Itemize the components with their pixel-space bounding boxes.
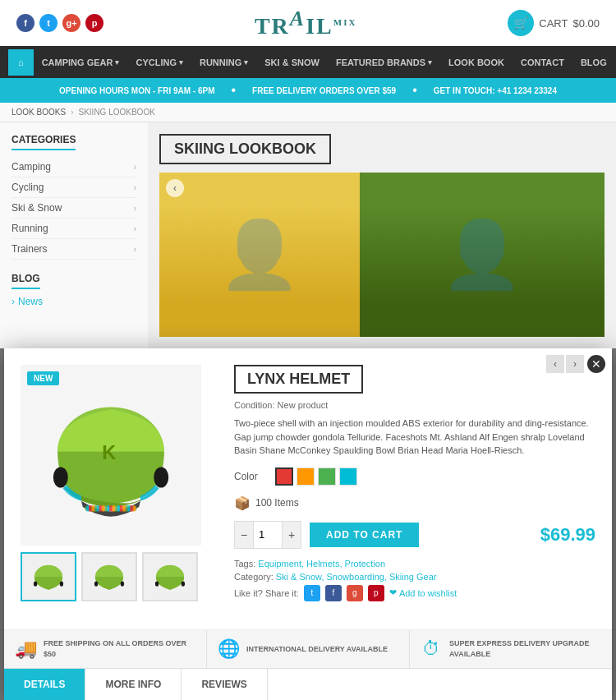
modal-nav-buttons: ‹ › (546, 355, 584, 373)
nav-contact[interactable]: CONTACT (513, 49, 572, 76)
category-camping[interactable]: Camping› (11, 157, 136, 177)
add-to-cart-row: − + ADD TO CART $69.99 (234, 521, 595, 549)
google-plus-icon[interactable]: g+ (62, 14, 80, 32)
sidebar: CATEGORIES Camping› Cycling› Ski & Snow›… (0, 122, 148, 348)
heart-icon: ❤ (389, 587, 397, 598)
svg-text:K: K (102, 442, 116, 463)
info-delivery-text: FREE DELIVERY ORDERS OVER $59 (252, 86, 396, 95)
category-label: Category: (234, 572, 274, 582)
info-hours-text: OPENING HOURS MON - FRI 9AM - 6PM (59, 86, 214, 95)
categories-list: Camping› Cycling› Ski & Snow› Running› T… (11, 157, 136, 260)
thumb-1[interactable] (21, 552, 76, 601)
product-image-area: NEW K (21, 365, 218, 613)
cart-label: CART (539, 17, 568, 30)
svg-point-11 (60, 582, 63, 587)
color-swatch-green[interactable] (318, 467, 336, 486)
main-content: CATEGORIES Camping› Cycling› Ski & Snow›… (0, 122, 616, 348)
lookbook-person2: 👤 (360, 173, 605, 337)
add-to-cart-button[interactable]: ADD TO CART (310, 523, 419, 547)
top-header: f t g+ p TRAILMIX 🛒 CART $0.00 (0, 0, 616, 46)
color-swatches (275, 467, 357, 486)
tab-more-info[interactable]: MORE INFO (85, 669, 182, 700)
shipping-truck-icon: 🚚 (14, 638, 37, 660)
main-nav: ⌂ CAMPING GEAR ▾ CYCLING ▾ RUNNING ▾ SKI… (0, 46, 616, 78)
share-google-plus-icon[interactable]: g (347, 585, 363, 601)
qty-decrease-button[interactable]: − (235, 522, 253, 548)
product-title-wrap: LYNX HELMET (234, 365, 595, 394)
cart-icon[interactable]: 🛒 (508, 10, 534, 36)
site-logo[interactable]: TRAILMIX (255, 7, 356, 39)
share-row: Like it? Share it: t f g p ❤ Add to wish… (234, 585, 595, 601)
nav-running[interactable]: RUNNING ▾ (191, 49, 256, 76)
cart-area[interactable]: 🛒 CART $0.00 (508, 10, 600, 36)
lookbook-image: 👤 👤 ‹ (159, 173, 605, 337)
stock-count: 100 Items (255, 497, 299, 509)
shipping-item-1: 🚚 FREE SHIPPING ON ALL ORDERS OVER $50 (4, 630, 207, 668)
nav-cycling[interactable]: CYCLING ▾ (127, 49, 191, 76)
nav-home[interactable]: ⌂ (8, 49, 34, 76)
product-details: LYNX HELMET Condition: New product Two-p… (234, 365, 595, 613)
shipping-text-1: FREE SHIPPING ON ALL ORDERS OVER $50 (44, 638, 196, 659)
pinterest-icon[interactable]: p (85, 14, 103, 32)
breadcrumb: LOOK BOOKS › SKIING LOOKBOOK (0, 103, 616, 122)
tag-protection[interactable]: Protection (345, 559, 386, 569)
social-icons: f t g+ p (16, 14, 103, 32)
modal-tabs: DETAILS MORE INFO REVIEWS (4, 668, 612, 700)
blog-news-link[interactable]: › News (11, 296, 136, 307)
qty-increase-button[interactable]: + (283, 522, 301, 548)
modal-overlay: ✕ ‹ › NEW (0, 348, 616, 700)
category-cycling[interactable]: Cycling› (11, 177, 136, 198)
cat-ski[interactable]: Ski & Snow, (276, 572, 324, 582)
nav-ski[interactable]: SKI & SNOW (256, 49, 328, 76)
svg-point-13 (94, 582, 98, 587)
category-running[interactable]: Running› (11, 219, 136, 239)
svg-point-8 (154, 467, 168, 488)
shipping-bar: 🚚 FREE SHIPPING ON ALL ORDERS OVER $50 🌐… (4, 629, 612, 668)
categories-title: CATEGORIES (11, 134, 76, 150)
thumb-2[interactable] (81, 552, 137, 601)
cat-snowboard[interactable]: Snowboarding, (327, 572, 387, 582)
facebook-icon[interactable]: f (16, 14, 34, 32)
nav-lookbook[interactable]: LOOK BOOK (440, 49, 513, 76)
shipping-text-2: INTERNATIONAL DELIVERY AVAILABLE (246, 644, 388, 655)
tab-reviews[interactable]: REVIEWS (182, 669, 267, 700)
color-label: Color (234, 471, 267, 482)
color-swatch-cyan[interactable] (339, 467, 357, 486)
modal-box: ✕ ‹ › NEW (4, 348, 612, 700)
cart-amount: $0.00 (572, 17, 600, 30)
product-description: Two-piece shell with an injection moulde… (234, 417, 595, 458)
twitter-icon[interactable]: t (39, 14, 57, 32)
lookbook-title: SKIING LOOKBOOK (159, 134, 331, 164)
category-trainers[interactable]: Trainers› (11, 239, 136, 260)
helmet-image: K (37, 381, 185, 529)
thumb-3[interactable] (142, 552, 198, 601)
thumb-image-3 (149, 559, 191, 595)
qty-input[interactable] (253, 522, 283, 548)
color-swatch-orange[interactable] (297, 467, 315, 486)
cat-skiing-gear[interactable]: Skiing Gear (389, 572, 436, 582)
category-ski[interactable]: Ski & Snow› (11, 198, 136, 219)
breadcrumb-lookbooks[interactable]: LOOK BOOKS (11, 108, 66, 117)
svg-point-14 (121, 582, 124, 587)
modal-prev-button[interactable]: ‹ (546, 355, 564, 373)
info-contact: GET IN TOUCH: +41 1234 23324 (434, 86, 557, 95)
condition-value: New product (278, 400, 329, 410)
wishlist-link[interactable]: ❤ Add to wishlist (389, 587, 457, 598)
nav-camping[interactable]: CAMPING GEAR ▾ (34, 49, 128, 76)
tag-equipment[interactable]: Equipment, (258, 559, 304, 569)
nav-blog[interactable]: BLOG (572, 49, 615, 76)
quantity-stepper[interactable]: − + (234, 521, 301, 549)
svg-point-10 (34, 582, 37, 587)
nav-brands[interactable]: FEATURED BRANDS ▾ (328, 49, 440, 76)
tag-helmets[interactable]: Helmets, (306, 559, 342, 569)
share-facebook-icon[interactable]: f (325, 585, 342, 601)
svg-point-7 (53, 467, 68, 488)
lookbook-person1: 👤 (159, 173, 360, 337)
color-swatch-red[interactable] (275, 467, 293, 486)
tags-row: Tags: Equipment, Helmets, Protection (234, 559, 595, 569)
shipping-item-3: ⏱ SUPER EXPRESS DELIVERY UPGRADE AVAILAB… (410, 630, 612, 668)
tab-details[interactable]: DETAILS (4, 669, 85, 700)
share-twitter-icon[interactable]: t (304, 585, 320, 601)
share-pinterest-icon[interactable]: p (368, 585, 384, 601)
modal-next-button[interactable]: › (566, 355, 584, 373)
